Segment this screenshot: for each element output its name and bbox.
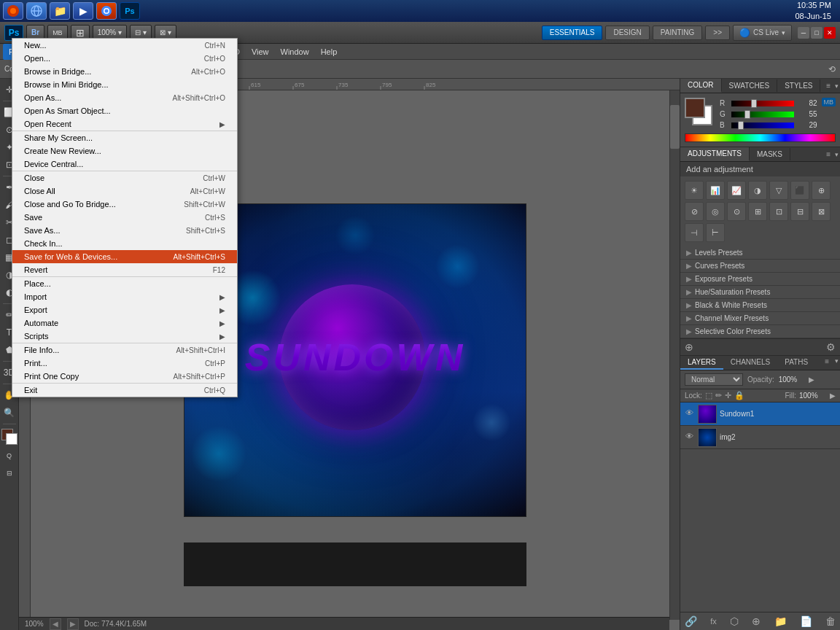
layer-adjustment-icon[interactable]: ⊕ [752, 615, 761, 627]
tab-masks[interactable]: MASKS [750, 148, 790, 160]
color-panel-collapse[interactable]: ▾ [833, 81, 840, 91]
adj-v12[interactable]: ⊢ [706, 223, 725, 242]
adj-v1[interactable]: ▽ [769, 181, 788, 200]
menu-browse-bridge[interactable]: Browse in Bridge...Alt+Ctrl+O [12, 65, 237, 78]
ie-button[interactable] [26, 2, 47, 20]
cslive-button[interactable]: 🔵 CS Live ▾ [733, 25, 792, 41]
menu-create-review[interactable]: Create New Review... [12, 144, 237, 158]
mb-badge[interactable]: MB [822, 98, 836, 106]
menu-place[interactable]: Place... [12, 277, 237, 290]
adj-exposure[interactable]: ◑ [748, 181, 767, 200]
adj-v2[interactable]: ⬛ [790, 181, 809, 200]
adj-v7[interactable]: ⊞ [748, 202, 767, 221]
adj-v6[interactable]: ⊙ [727, 202, 746, 221]
menu-import[interactable]: Import▶ [12, 290, 237, 303]
lock-image-icon[interactable]: ✏ [715, 391, 722, 400]
menu-window[interactable]: Window [275, 44, 315, 60]
photoshop-button[interactable]: Ps [120, 2, 140, 20]
color-panel-expand[interactable]: ≡ [823, 80, 833, 91]
transform-icon[interactable]: ⟲ [828, 64, 836, 74]
menu-revert[interactable]: RevertF12 [12, 263, 237, 276]
folder-button[interactable]: 📁 [50, 2, 70, 20]
adj-v9[interactable]: ⊟ [790, 202, 809, 221]
menu-open[interactable]: Open...Ctrl+O [12, 52, 237, 65]
adj-v10[interactable]: ⊠ [812, 202, 831, 221]
menu-close-all[interactable]: Close AllAlt+Ctrl+W [12, 184, 237, 198]
menu-save-as[interactable]: Save As...Shift+Ctrl+S [12, 224, 237, 237]
layer-sundown1[interactable]: 👁 Sundown1 [680, 402, 840, 426]
tool-zoom[interactable]: 🔍 [1, 405, 18, 421]
workspace-essentials[interactable]: ESSENTIALS [542, 26, 603, 40]
adj-v3[interactable]: ⊕ [812, 181, 831, 200]
menu-file-info[interactable]: File Info...Alt+Shift+Ctrl+I [12, 343, 237, 357]
layer-new-icon[interactable]: 📄 [800, 615, 812, 627]
adj-levels[interactable]: 📊 [706, 181, 725, 200]
menu-print[interactable]: Print...Ctrl+P [12, 357, 237, 370]
maximize-button[interactable]: □ [811, 27, 822, 39]
layers-panel-expand[interactable]: ≡ [820, 356, 833, 370]
adj-selectivecolor-presets[interactable]: ▶Selective Color Presets [680, 325, 840, 338]
scroll-v-thumb[interactable] [670, 105, 680, 149]
lock-move-icon[interactable]: ✛ [725, 391, 731, 400]
scroll-vertical[interactable] [669, 90, 680, 620]
adj-add-icon[interactable]: ⊕ [685, 341, 693, 353]
menu-share-screen[interactable]: Share My Screen... [12, 131, 237, 144]
color-g-slider-thumb[interactable] [744, 110, 750, 119]
adj-brightness[interactable]: ☀ [685, 181, 704, 200]
menu-export[interactable]: Export▶ [12, 303, 237, 316]
lock-all-icon[interactable]: 🔒 [734, 391, 744, 400]
tab-color[interactable]: COLOR [680, 79, 722, 93]
layer-mask-icon[interactable]: ⬡ [730, 615, 739, 627]
color-b-slider-track[interactable] [731, 122, 794, 128]
layer-eye-sundown1[interactable]: 👁 [683, 408, 695, 420]
menu-print-one[interactable]: Print One CopyAlt+Shift+Ctrl+P [12, 370, 237, 383]
layer-fx-icon[interactable]: fx [710, 617, 717, 626]
color-g-slider-track[interactable] [731, 112, 794, 117]
menu-exit[interactable]: ExitCtrl+Q [12, 384, 237, 397]
start-button[interactable] [3, 2, 23, 20]
menu-check-in[interactable]: Check In... [12, 237, 237, 250]
tab-adjustments[interactable]: ADJUSTMENTS [680, 147, 750, 161]
layers-panel-collapse[interactable]: ▾ [833, 356, 840, 370]
adj-bw-presets[interactable]: ▶Black & White Presets [680, 299, 840, 312]
adj-v4[interactable]: ⊘ [685, 202, 704, 221]
adj-v5[interactable]: ◎ [706, 202, 725, 221]
chrome-button[interactable] [96, 2, 117, 20]
adj-panel-expand[interactable]: ≡ [823, 149, 833, 160]
adj-panel-collapse[interactable]: ▾ [833, 149, 840, 160]
layer-img2[interactable]: 👁 img2 [680, 426, 840, 449]
foreground-color[interactable] [1, 429, 18, 445]
tab-styles[interactable]: STYLES [777, 79, 820, 92]
tool-screen-mode[interactable]: ⊟ [1, 465, 18, 481]
menu-automate[interactable]: Automate▶ [12, 316, 237, 330]
layer-group-icon[interactable]: 📁 [774, 615, 787, 627]
status-nav-right[interactable]: ▶ [67, 618, 79, 630]
adj-settings-icon[interactable]: ⚙ [826, 341, 836, 353]
color-spectrum[interactable] [685, 133, 836, 142]
status-nav-left[interactable]: ◀ [50, 618, 61, 630]
adj-curves-presets[interactable]: ▶Curves Presets [680, 260, 840, 273]
adj-channelmixer-presets[interactable]: ▶Channel Mixer Presets [680, 312, 840, 325]
adj-exposure-presets[interactable]: ▶Exposure Presets [680, 273, 840, 286]
menu-open-recent[interactable]: Open Recent▶ [12, 117, 237, 131]
adj-v8[interactable]: ⊡ [769, 202, 788, 221]
color-r-slider-thumb[interactable] [751, 99, 757, 108]
tab-layers[interactable]: LAYERS [680, 356, 723, 370]
color-b-slider-thumb[interactable] [738, 121, 744, 130]
lock-transparent-icon[interactable]: ⬚ [705, 391, 712, 400]
workspace-design[interactable]: DESIGN [605, 26, 649, 40]
close-button[interactable]: ✕ [824, 27, 836, 39]
layer-eye-img2[interactable]: 👁 [683, 432, 695, 443]
adj-huesat-presets[interactable]: ▶Hue/Saturation Presets [680, 286, 840, 299]
media-button[interactable]: ▶ [73, 2, 93, 20]
tab-channels[interactable]: CHANNELS [723, 356, 777, 370]
workspace-more[interactable]: >> [705, 26, 730, 40]
layer-link-icon[interactable]: 🔗 [685, 615, 697, 627]
menu-device-central[interactable]: Device Central... [12, 158, 237, 171]
menu-close-go-bridge[interactable]: Close and Go To Bridge...Shift+Ctrl+W [12, 198, 237, 211]
opacity-arrow[interactable]: ▶ [809, 376, 814, 384]
menu-help[interactable]: Help [315, 44, 343, 60]
menu-open-smart[interactable]: Open As Smart Object... [12, 104, 237, 117]
menu-browse-minbridge[interactable]: Browse in Mini Bridge... [12, 78, 237, 91]
menu-view[interactable]: View [246, 44, 275, 60]
